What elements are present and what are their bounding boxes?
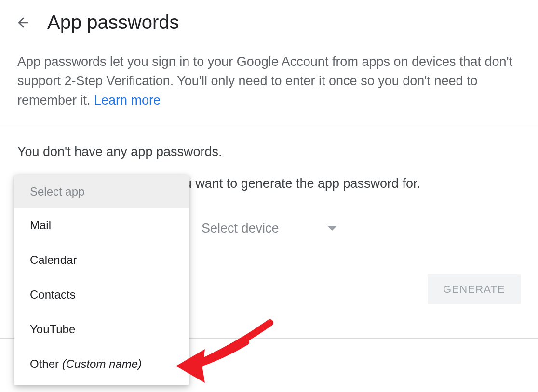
- generate-button[interactable]: GENERATE: [428, 274, 521, 304]
- page-title: App passwords: [47, 12, 179, 33]
- description-text: App passwords let you sign in to your Go…: [0, 52, 538, 125]
- learn-more-link[interactable]: Learn more: [94, 93, 161, 107]
- dropdown-item-other-main: Other: [30, 357, 62, 370]
- select-app-dropdown-menu: Select app Mail Calendar Contacts YouTub…: [14, 175, 189, 385]
- description-body: App passwords let you sign in to your Go…: [17, 54, 512, 107]
- dropdown-item-other-italic: (Custom name): [62, 357, 142, 370]
- back-arrow-icon[interactable]: [14, 14, 32, 31]
- select-device-label: Select device: [202, 221, 279, 236]
- no-passwords-status: You don't have any app passwords.: [17, 144, 521, 159]
- dropdown-item-calendar[interactable]: Calendar: [14, 243, 189, 277]
- dropdown-item-youtube[interactable]: YouTube: [14, 312, 189, 347]
- dropdown-item-contacts[interactable]: Contacts: [14, 277, 189, 312]
- dropdown-header: Select app: [14, 175, 189, 208]
- chevron-down-icon: [327, 226, 337, 231]
- dropdown-item-mail[interactable]: Mail: [14, 208, 189, 243]
- dropdown-item-other[interactable]: Other (Custom name): [14, 347, 189, 381]
- select-device-dropdown[interactable]: Select device: [202, 221, 337, 236]
- annotation-arrow-icon: [174, 318, 294, 385]
